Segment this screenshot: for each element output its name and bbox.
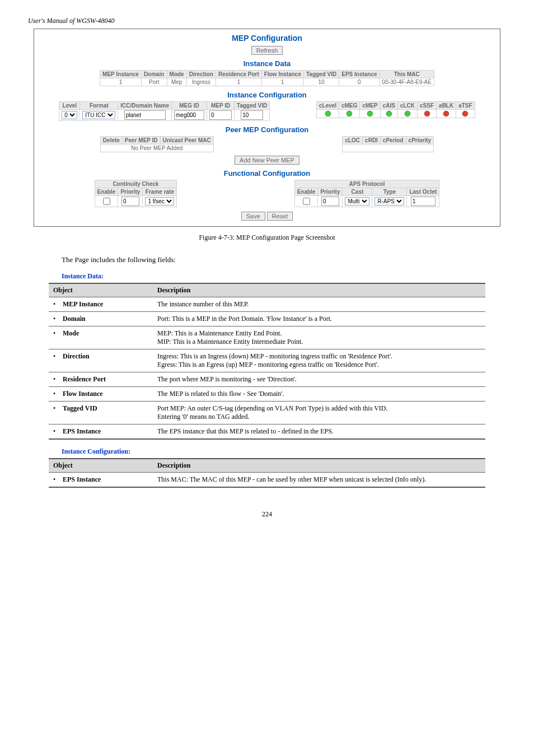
- th-mep-instance: MEP Instance: [100, 71, 142, 78]
- aps-cast-select[interactable]: Multi: [345, 197, 369, 206]
- obj-cell-object: • EPS Instance: [49, 473, 153, 488]
- tvid-input[interactable]: [241, 110, 263, 120]
- obj-table-instance-cfg: Object Description • EPS InstanceThis MA…: [49, 458, 485, 488]
- th-cssf: cSSF: [418, 102, 437, 110]
- add-peer-button[interactable]: Add New Peer MEP: [235, 156, 299, 165]
- reset-button[interactable]: Reset: [267, 212, 293, 221]
- mep-config-figure: MEP Configuration Refresh Instance Data …: [34, 29, 500, 227]
- page-number: 224: [28, 510, 506, 519]
- th-clevel: cLevel: [316, 102, 339, 110]
- th-vid: Tagged VID: [303, 71, 339, 78]
- th-crdi: cRDI: [363, 137, 381, 144]
- mepid-input[interactable]: [209, 110, 232, 120]
- cc-prio-input[interactable]: [121, 197, 139, 206]
- th-cperiod: cPeriod: [380, 137, 406, 144]
- figure-title: MEP Configuration: [36, 34, 498, 43]
- section-peer: Peer MEP Configuration: [36, 125, 498, 134]
- obj-hdr-object: Object: [49, 283, 153, 297]
- peer-empty: No Peer MEP Added: [100, 144, 213, 152]
- th-tvid: Tagged VID: [235, 102, 270, 110]
- th-delete: Delete: [100, 137, 122, 144]
- svg-point-4: [405, 111, 410, 116]
- th-clck: cLCK: [397, 102, 417, 110]
- status-led: [339, 110, 360, 118]
- aps-th-prio: Priority: [318, 188, 343, 196]
- th-format: Format: [80, 102, 118, 110]
- obj-cell-desc: The MEP is related to this flow - See 'D…: [153, 387, 485, 402]
- status-led: [397, 110, 417, 118]
- aps-table: APS Protocol Enable Priority Cast Type L…: [294, 180, 440, 207]
- th-mode: Mode: [167, 71, 186, 78]
- th-mepid: MEP ID: [207, 102, 235, 110]
- td-mac: 00-30-4F-A8-E9-AE: [380, 78, 434, 86]
- cc-rate-select[interactable]: 1 f/sec: [145, 197, 174, 206]
- section-instance-data: Instance Data: [36, 59, 498, 68]
- format-select[interactable]: ITU ICC: [82, 111, 115, 119]
- aps-prio-input[interactable]: [321, 197, 339, 206]
- obj-title-instance-cfg: Instance Configuration:: [62, 447, 506, 456]
- td-domain: Port: [141, 78, 167, 86]
- aps-type-select[interactable]: R-APS: [374, 197, 404, 206]
- td-flow: 1: [261, 78, 303, 86]
- cc-table: Continuity Check Enable Priority Frame r…: [95, 180, 177, 207]
- td-eps: 0: [339, 78, 380, 86]
- cc-th-rate: Frame rate: [143, 188, 177, 196]
- status-led: [360, 110, 380, 118]
- td-direction: Ingress: [186, 78, 216, 86]
- svg-point-5: [424, 111, 430, 116]
- instance-cfg-left: Level Format ICC/Domain Name MEG ID MEP …: [59, 101, 270, 121]
- svg-point-3: [386, 111, 392, 116]
- th-unicast: Unicast Peer MAC: [160, 137, 213, 144]
- obj-table-instance-data: Object Description • MEP InstanceThe ins…: [49, 283, 485, 440]
- td-mep-instance: 1: [100, 78, 142, 86]
- refresh-button[interactable]: Refresh: [251, 46, 283, 55]
- obj-cell-object: • Tagged VID: [49, 402, 153, 424]
- level-select[interactable]: 0: [62, 111, 77, 119]
- th-megid: MEG ID: [172, 102, 207, 110]
- aps-title: APS Protocol: [294, 180, 439, 188]
- svg-point-6: [443, 111, 449, 116]
- obj-cell-desc: Ingress: This is an Ingress (down) MEP -…: [153, 349, 485, 372]
- aps-enable-checkbox[interactable]: [303, 198, 310, 205]
- meg-input[interactable]: [174, 110, 204, 120]
- manual-title: User's Manual of WGSW-48040: [28, 17, 506, 25]
- aps-th-type: Type: [372, 188, 407, 196]
- save-button[interactable]: Save: [241, 212, 265, 221]
- th-domain: Domain: [141, 71, 167, 78]
- section-func: Functional Configuration: [36, 169, 498, 178]
- peer-right: cLOC cRDI cPeriod cPriority: [342, 136, 434, 152]
- figure-caption: Figure 4-7-3: MEP Configuration Page Scr…: [28, 234, 506, 242]
- status-led: [316, 110, 339, 118]
- obj-cell-object: • Flow Instance: [49, 387, 153, 402]
- th-peermepid: Peer MEP ID: [122, 137, 160, 144]
- status-led: [418, 110, 437, 118]
- th-eps: EPS Instance: [339, 71, 380, 78]
- td-mode: Mep: [167, 78, 186, 86]
- th-ablk: aBLK: [437, 102, 456, 110]
- svg-point-7: [462, 111, 468, 116]
- th-cpriority: cPriority: [406, 137, 434, 144]
- obj-cell-object: • EPS Instance: [49, 424, 153, 440]
- cc-th-prio: Priority: [118, 188, 143, 196]
- aps-last-input[interactable]: [411, 197, 435, 206]
- obj-cell-desc: Port: This is a MEP in the Port Domain. …: [153, 312, 485, 326]
- obj-cell-object: • Domain: [49, 312, 153, 326]
- icc-input[interactable]: [124, 110, 166, 120]
- cc-enable-checkbox[interactable]: [103, 198, 110, 205]
- obj2-hdr-object: Object: [49, 459, 153, 473]
- th-direction: Direction: [186, 71, 216, 78]
- obj-cell-desc: Port MEP: An outer C/S-tag (depending on…: [153, 402, 485, 424]
- status-led: [456, 110, 475, 118]
- obj-cell-object: • Residence Port: [49, 372, 153, 387]
- obj-cell-desc: The instance number of this MEP.: [153, 297, 485, 312]
- status-led: [380, 110, 397, 118]
- peer-left: Delete Peer MEP ID Unicast Peer MAC No P…: [100, 136, 214, 152]
- th-cloc: cLOC: [343, 137, 363, 144]
- th-flow: Flow Instance: [261, 71, 303, 78]
- aps-th-last: Last Octet: [407, 188, 439, 196]
- obj-cell-object: • Mode: [49, 326, 153, 349]
- obj-hdr-desc: Description: [153, 283, 485, 297]
- th-atsf: aTSF: [456, 102, 475, 110]
- td-resport: 1: [216, 78, 262, 86]
- status-led: [437, 110, 456, 118]
